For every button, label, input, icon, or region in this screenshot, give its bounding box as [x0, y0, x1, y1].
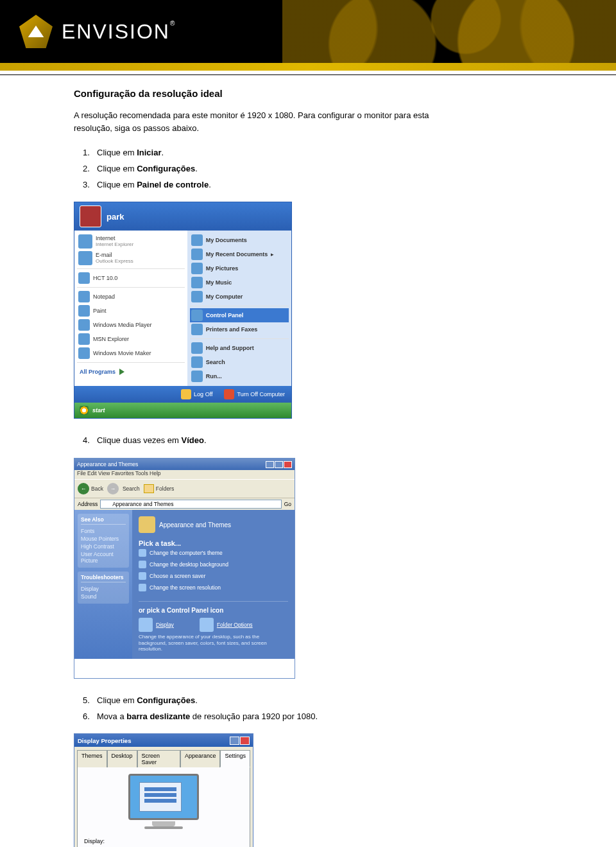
start-menu-item[interactable]: E-mailOutlook Express — [77, 250, 185, 266]
cp-task-link[interactable]: Choose a screen saver — [139, 570, 288, 582]
start-button[interactable]: start — [74, 403, 291, 418]
app-icon — [78, 272, 90, 284]
address-bar: Address Appearance and Themes Go — [74, 498, 295, 510]
brand-banner: ENVISION® — [0, 0, 616, 63]
app-icon — [78, 333, 90, 345]
dp-tab[interactable]: Desktop — [107, 750, 137, 767]
back-button[interactable]: ←Back — [78, 483, 103, 494]
start-menu-item[interactable]: InternetInternet Explorer — [77, 233, 185, 250]
step-item: 5.Clique em Configurações. — [83, 693, 565, 709]
category-icon — [139, 516, 155, 533]
turn-off-button[interactable]: Turn Off Computer — [224, 389, 285, 399]
window-toolbar: ←Back → Search Folders — [74, 479, 295, 498]
start-menu-header: park — [74, 202, 291, 231]
step-item: 2.Clique em Configurações. — [83, 161, 565, 177]
cp-side-panel: See Also FontsMouse PointersHigh Contras… — [74, 510, 132, 659]
window-title: Appearance and Themes — [77, 461, 138, 467]
start-menu-item[interactable]: Windows Movie Maker — [77, 346, 185, 360]
dp-tabs: ThemesDesktopScreen SaverAppearanceSetti… — [74, 747, 253, 767]
start-menu-item[interactable]: Search — [190, 355, 289, 369]
search-button[interactable]: Search — [123, 485, 140, 492]
forward-button[interactable]: → — [107, 483, 119, 494]
folder-icon — [191, 234, 203, 246]
category-note: Change the appearance of your desktop, s… — [139, 634, 267, 652]
start-menu-item[interactable]: My Pictures — [190, 261, 289, 275]
dp-titlebar: Display Properties — [74, 734, 253, 747]
app-icon — [78, 291, 90, 302]
start-menu-item[interactable]: Printers and Faxes — [190, 322, 289, 336]
gold-stripe — [0, 63, 616, 71]
start-menu-item[interactable]: My Music — [190, 275, 289, 290]
folder-icon — [191, 342, 203, 354]
folder-icon — [191, 291, 203, 302]
start-menu-left-column: InternetInternet ExplorerE-mailOutlook E… — [74, 231, 187, 386]
or-pick-heading: or pick a Control Panel icon — [139, 601, 288, 614]
start-menu-item[interactable]: Run... — [190, 369, 289, 383]
app-icon — [78, 319, 90, 331]
start-menu-item[interactable]: Help and Support — [190, 341, 289, 355]
window-menubar[interactable]: File Edit View Favorites Tools Help — [74, 470, 295, 479]
pick-task-heading: Pick a task... — [139, 539, 288, 547]
window-titlebar: Appearance and Themes — [74, 458, 295, 470]
log-off-icon — [181, 389, 191, 399]
cp-item-icon — [200, 618, 214, 632]
minimize-icon[interactable] — [266, 461, 274, 468]
step-item: 3.Clique em Painel de controle. — [83, 177, 565, 193]
turn-off-icon — [224, 389, 234, 399]
steps-list-b: 4.Clique duas vezes em Vídeo. — [83, 433, 565, 449]
dp-tab[interactable]: Themes — [77, 750, 107, 767]
logo-mark-icon — [19, 15, 53, 48]
folder-icon — [191, 324, 203, 335]
dp-tab[interactable]: Screen Saver — [137, 750, 180, 767]
side-link[interactable]: Display — [81, 585, 126, 593]
start-menu-item[interactable]: My Computer — [190, 290, 289, 304]
start-menu-item[interactable]: MSN Explorer — [77, 332, 185, 346]
cp-icon-item[interactable]: Folder Options — [200, 618, 253, 632]
category-title: Appearance and Themes — [159, 521, 231, 528]
start-menu-item[interactable]: My Documents — [190, 233, 289, 247]
step-item: 1.Clique em Iniciar. — [83, 145, 565, 161]
help-icon[interactable] — [230, 737, 239, 745]
folder-icon — [191, 249, 203, 260]
folders-button[interactable]: Folders — [144, 484, 174, 493]
folder-icon — [191, 356, 203, 368]
start-menu-right-column: My DocumentsMy Recent Documents ▸My Pict… — [187, 231, 291, 386]
cp-icon-item[interactable]: Display — [139, 618, 174, 632]
cp-main-panel: Appearance and Themes Pick a task... Cha… — [132, 510, 295, 659]
all-programs[interactable]: All Programs — [77, 365, 185, 379]
close-icon[interactable] — [284, 461, 292, 468]
app-icon — [78, 251, 92, 265]
cp-task-link[interactable]: Change the screen resolution — [139, 582, 288, 593]
page-content: Configuração da resolução ideal A resolu… — [0, 75, 616, 847]
intro-paragraph: A resolução recomendada para este monito… — [74, 109, 465, 135]
side-link[interactable]: Sound — [81, 593, 126, 600]
log-off-button[interactable]: Log Off — [181, 389, 212, 399]
maximize-icon[interactable] — [275, 461, 283, 468]
side-link[interactable]: User Account Picture — [81, 550, 126, 564]
address-field[interactable]: Appearance and Themes — [100, 500, 281, 509]
app-icon — [78, 347, 90, 359]
address-label: Address — [78, 501, 98, 507]
app-icon — [78, 234, 92, 249]
side-link[interactable]: Mouse Pointers — [81, 535, 126, 543]
close-icon[interactable] — [240, 737, 250, 745]
start-menu-footer: Log Off Turn Off Computer — [74, 386, 291, 403]
start-menu-item[interactable]: My Recent Documents ▸ — [190, 247, 289, 261]
screenshot-control-panel: Appearance and Themes File Edit View Fav… — [74, 458, 295, 679]
folder-icon — [191, 263, 203, 274]
side-link[interactable]: High Contrast — [81, 543, 126, 550]
start-menu-item[interactable]: Control Panel — [190, 308, 289, 322]
go-button[interactable]: Go — [284, 501, 291, 507]
start-menu-item[interactable]: Paint — [77, 304, 185, 318]
dp-tab[interactable]: Appearance — [180, 750, 221, 767]
app-icon — [78, 305, 90, 317]
side-link[interactable]: Fonts — [81, 527, 126, 535]
start-menu-item[interactable]: Windows Media Player — [77, 318, 185, 332]
cp-task-link[interactable]: Change the computer's theme — [139, 547, 288, 559]
dp-tab[interactable]: Settings — [220, 750, 250, 767]
step-item: 6.Mova a barra deslizante de resolução p… — [83, 709, 565, 725]
cp-task-link[interactable]: Change the desktop background — [139, 559, 288, 570]
start-menu-item[interactable]: Notepad — [77, 290, 185, 304]
screenshot-start-menu: park InternetInternet ExplorerE-mailOutl… — [74, 202, 292, 419]
start-menu-item[interactable]: HCT 10.0 — [77, 271, 185, 285]
